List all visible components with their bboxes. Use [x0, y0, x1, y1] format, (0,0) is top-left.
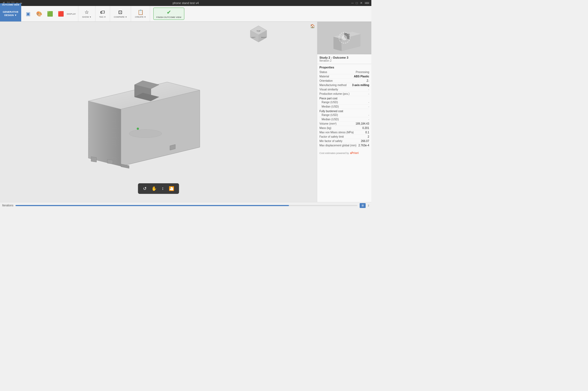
main-area: TOP LEFT RIGHT 🏠 [0, 22, 371, 202]
display-color-button[interactable]: 🎨 [34, 10, 44, 18]
zoom-button[interactable]: ↕ [160, 185, 166, 192]
title-bar: 🖨 ⬛ ⬛ ↩ ↪ phone stand test v4 ─ □ ✕ HH [0, 0, 371, 6]
show-label: SHOW [82, 16, 91, 18]
wire-icon: 🟥 [58, 11, 64, 17]
compare-button[interactable]: ⊡ COMPARE [112, 8, 129, 19]
show-group: ☆ SHOW [78, 6, 95, 21]
prop-row-range-ppc: Range (USD) - [319, 100, 369, 105]
display-solid-button[interactable]: ▣ [23, 10, 33, 18]
prop-row-production: Production volume (pcs.) - [319, 92, 369, 96]
median-ppc-label: Median (USD) [322, 105, 368, 108]
close-icon[interactable]: ✕ [360, 1, 363, 5]
prop-row-material: Material ABS Plastic [319, 74, 369, 79]
mass-value: 0.201 [362, 127, 369, 130]
prop-row-visual: Visual similarity - [319, 87, 369, 92]
study-title: Study 2 - Outcome 3 [319, 56, 369, 59]
mass-label: Mass (kg) [319, 127, 362, 130]
range-ppc-value: - [368, 101, 369, 104]
volume-value: 189,184.43 [356, 122, 369, 125]
properties-header: Properties [319, 66, 369, 69]
maximize-icon[interactable]: □ [356, 1, 358, 5]
star-icon: ☆ [85, 9, 89, 15]
user-icon: HH [365, 1, 369, 5]
iterations-count-box: ⊞ [360, 203, 366, 208]
visual-label: Visual similarity [319, 88, 368, 91]
display-group: ▣ 🎨 🟩 🟥 DISPLAY [21, 6, 78, 21]
finish-group: ✔ FINISH OUTCOME VIEW [150, 6, 188, 21]
iterations-bar: Iterations ⊞ 2 [0, 202, 371, 209]
check-icon: ✔ [167, 9, 171, 15]
iterations-number: 2 [368, 204, 369, 207]
svg-text:RIGHT: RIGHT [261, 37, 266, 38]
properties-section: Properties Status Processing Material AB… [317, 64, 371, 149]
min-fos-label: Min factor of safety [319, 140, 361, 143]
study-info: Study 2 - Outcome 3 Iteration 2 [317, 54, 371, 64]
svg-marker-14 [91, 157, 97, 162]
production-label: Production volume (pcs.) [319, 92, 368, 95]
material-label: Material [319, 75, 354, 78]
cost-powered-prefix: Cost estimates powered by [319, 152, 349, 154]
displacement-value: 2.763e-4 [359, 144, 369, 147]
compare-label: COMPARE [114, 16, 127, 18]
minimize-icon[interactable]: ─ [351, 1, 354, 5]
tag-label: TAG [99, 16, 106, 18]
iterations-track[interactable] [15, 205, 357, 206]
iterations-label: Iterations [2, 204, 13, 207]
pan-button[interactable]: ✋ [149, 185, 159, 192]
mfg-label: Manufacturing method [319, 84, 352, 87]
prop-row-orientation: Orientation Z- [319, 79, 369, 83]
home-icon[interactable]: 🏠 [310, 24, 315, 28]
show-button[interactable]: ☆ SHOW [80, 8, 93, 19]
viewport[interactable]: TOP LEFT RIGHT 🏠 [0, 22, 317, 202]
prop-row-fos-limit: Factor of safety limit 2 [319, 135, 369, 139]
prop-row-volume: Volume (mm³) 189,184.43 [319, 122, 369, 126]
svg-marker-8 [88, 101, 121, 166]
svg-marker-15 [107, 159, 113, 164]
viewport-icons: 🏠 [310, 24, 315, 28]
svg-point-17 [129, 130, 162, 138]
display-shaded-button[interactable]: 🟩 [45, 10, 55, 18]
piece-part-cost-header: Piece part cost [319, 96, 369, 100]
generative-design-button[interactable]: OUTCOME VIEW GENERATIVEDESIGN ▼ [0, 6, 21, 21]
mises-label: Max von Mises stress (MPa) [319, 131, 365, 134]
status-value: Processing [356, 71, 369, 74]
median-fbc-value: - [368, 118, 369, 121]
min-fos-value: 266.07 [361, 140, 369, 143]
bottom-toolbar: ↺ ✋ ↕ 🎦 [138, 183, 179, 194]
prop-row-mass: Mass (kg) 0.201 [319, 126, 369, 130]
cost-powered: Cost estimates powered by aPriori [317, 149, 371, 157]
create-group: 📋 CREATE [131, 6, 150, 21]
compare-group: ⊡ COMPARE [110, 6, 131, 21]
display-wire-button[interactable]: 🟥 [56, 10, 66, 18]
model-3d [67, 47, 219, 177]
prop-row-mises: Max von Mises stress (MPa) 0.1 [319, 130, 369, 135]
create-button[interactable]: 📋 CREATE [133, 8, 148, 19]
median-ppc-value: - [368, 105, 369, 108]
fos-limit-value: 2 [368, 135, 369, 138]
color-icon: 🎨 [36, 11, 42, 17]
right-panel: ↺ Study 2 - Outcome 3 Iteration 2 Proper… [317, 22, 371, 202]
rotate-button[interactable]: ↺ [141, 185, 149, 192]
compare-icon: ⊡ [118, 9, 122, 15]
prop-row-min-fos: Min factor of safety 266.07 [319, 139, 369, 143]
create-label: CREATE [135, 16, 146, 18]
svg-point-18 [137, 128, 139, 130]
volume-label: Volume (mm³) [319, 122, 356, 125]
finish-outcome-view-button[interactable]: ✔ FINISH OUTCOME VIEW [153, 8, 184, 20]
range-fbc-value: - [368, 113, 369, 116]
apriori-logo: aPriori [350, 152, 359, 154]
median-fbc-label: Median (USD) [322, 118, 368, 121]
nav-cube[interactable]: TOP LEFT RIGHT [249, 24, 268, 43]
svg-text:LEFT: LEFT [251, 37, 256, 38]
prop-row-median-ppc: Median (USD) - [319, 105, 369, 109]
study-thumbnail: ↺ [317, 22, 371, 54]
prop-row-mfg: Manufacturing method 3 axis milling [319, 83, 369, 87]
camera-button[interactable]: 🎦 [167, 185, 176, 192]
prop-row-median-fbc: Median (USD) - [319, 117, 369, 122]
tag-icon: 🏷 [100, 10, 105, 15]
tag-group: 🏷 TAG [95, 6, 110, 21]
prop-row-displacement: Max displacement global (mm) 2.763e-4 [319, 143, 369, 148]
shaded-icon: 🟩 [47, 11, 53, 17]
finish-label: FINISH OUTCOME VIEW [156, 16, 181, 18]
tag-button[interactable]: 🏷 TAG [98, 8, 108, 19]
